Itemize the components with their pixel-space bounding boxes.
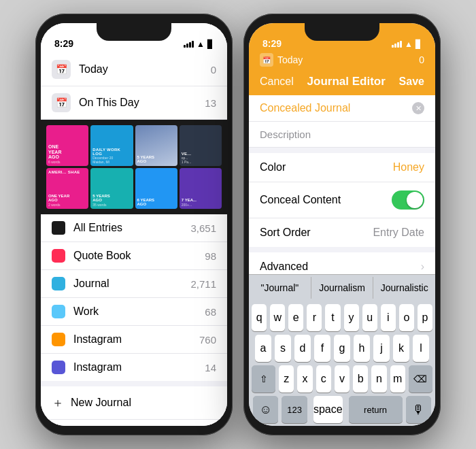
key-d[interactable]: d xyxy=(294,335,311,362)
on-this-day-item[interactable]: 📅 On This Day 13 xyxy=(41,86,227,120)
grid-cell-3[interactable]: 5 YEARSAGO xyxy=(135,125,177,166)
work-label: Work xyxy=(73,305,197,318)
key-x[interactable]: x xyxy=(297,365,312,393)
emoji-key[interactable]: ☺ xyxy=(253,396,278,423)
num-key[interactable]: 123 xyxy=(282,396,307,423)
grid-cell-4[interactable]: Ve... op... 1 Pa... xyxy=(180,125,222,166)
mic-key[interactable]: 🎙 xyxy=(406,396,431,423)
top-bar-count: 0 xyxy=(419,54,424,65)
list-item-instagram2[interactable]: Instagram 14 xyxy=(41,354,227,381)
key-t[interactable]: t xyxy=(325,304,340,331)
work-count: 68 xyxy=(205,306,216,318)
grid-cell-1[interactable]: ONEYEARAGO 6 words xyxy=(46,125,88,166)
editor-title: Journal Editor xyxy=(307,75,386,88)
save-button[interactable]: Save xyxy=(399,76,424,88)
advanced-label: Advanced xyxy=(260,261,308,273)
on-this-day-label: On This Day xyxy=(79,97,197,109)
key-u[interactable]: u xyxy=(362,304,377,331)
description-row[interactable]: Description xyxy=(249,122,435,148)
key-a[interactable]: a xyxy=(255,335,271,362)
key-y[interactable]: y xyxy=(344,304,359,331)
key-b[interactable]: b xyxy=(353,365,368,393)
conceal-toggle[interactable] xyxy=(392,190,424,210)
conceal-label: Conceal Content xyxy=(260,194,341,206)
left-screen: 8:29 ▲ ▊ 📅 xyxy=(41,23,227,426)
autocomplete-journalistic[interactable]: Journalistic xyxy=(373,277,435,299)
space-key[interactable]: space xyxy=(313,396,343,423)
grid-cell-7[interactable]: 6 YEARSAGO xyxy=(135,168,177,209)
key-l[interactable]: l xyxy=(413,335,429,362)
image-grid: ONEYEARAGO 6 words Daily Work Log Decemb… xyxy=(46,125,222,209)
key-g[interactable]: g xyxy=(334,335,350,362)
instagram2-icon xyxy=(52,361,65,374)
key-w[interactable]: w xyxy=(270,304,285,331)
new-journal-label: New Journal xyxy=(71,397,131,409)
list-item-journal[interactable]: Journal 2,711 xyxy=(41,270,227,298)
right-phone: 8:29 ▲ ▊ 📅 xyxy=(243,14,441,435)
cancel-button[interactable]: Cancel xyxy=(260,76,294,88)
color-value: Honey xyxy=(393,161,424,173)
key-z[interactable]: z xyxy=(279,365,294,393)
sort-row[interactable]: Sort Order Entry Date xyxy=(249,218,435,247)
journal-name-input[interactable] xyxy=(260,102,407,114)
all-entries-icon xyxy=(52,221,65,235)
editor-header: Cancel Journal Editor Save xyxy=(249,69,435,95)
key-n[interactable]: n xyxy=(371,365,386,393)
today-list: 📅 Today 0 📅 On This Day 13 xyxy=(41,53,227,120)
today-item[interactable]: 📅 Today 0 xyxy=(41,53,227,86)
list-item-quote[interactable]: Quote Book 98 xyxy=(41,242,227,270)
plus-icon: ＋ xyxy=(52,395,64,411)
wifi-icon: ▲ xyxy=(197,39,205,49)
keyboard-row-4: ☺ 123 space return 🎙 xyxy=(252,396,432,423)
journal-list: All Entries 3,651 Quote Book 98 Journal … xyxy=(41,214,227,381)
key-m[interactable]: m xyxy=(390,365,405,393)
left-phone: 8:29 ▲ ▊ 📅 xyxy=(35,14,233,435)
key-s[interactable]: s xyxy=(275,335,291,362)
list-item-all[interactable]: All Entries 3,651 xyxy=(41,214,227,242)
key-f[interactable]: f xyxy=(314,335,330,362)
shift-key[interactable]: ⇧ xyxy=(252,365,275,393)
instagram2-label: Instagram xyxy=(73,361,197,373)
notch-right xyxy=(305,23,379,41)
new-journal-item[interactable]: ＋ New Journal xyxy=(41,386,227,419)
top-today-bar: 📅 Today 0 xyxy=(249,53,435,69)
divider xyxy=(41,381,227,386)
key-j[interactable]: j xyxy=(373,335,390,362)
clear-button[interactable]: ✕ xyxy=(412,102,424,114)
key-p[interactable]: p xyxy=(418,304,432,331)
journal-name-row: ✕ xyxy=(249,95,435,122)
color-row[interactable]: Color Honey xyxy=(249,153,435,182)
settings-item[interactable]: ⚙ Settings xyxy=(41,419,227,426)
advanced-row[interactable]: Advanced › xyxy=(249,252,435,274)
grid-cell-5[interactable]: Ameri... Shae ONE YEARAGO 2 words xyxy=(46,168,88,209)
quote-count: 98 xyxy=(205,250,216,262)
key-o[interactable]: o xyxy=(399,304,414,331)
color-label: Color xyxy=(260,161,286,173)
status-time-right: 8:29 xyxy=(262,38,282,49)
delete-key[interactable]: ⌫ xyxy=(409,365,432,393)
journal-count: 2,711 xyxy=(190,278,216,290)
today-count: 0 xyxy=(211,64,216,76)
return-key[interactable]: return xyxy=(349,396,403,423)
autocomplete-journalism[interactable]: Journalism xyxy=(311,277,374,299)
work-icon xyxy=(52,305,65,318)
list-item-instagram1[interactable]: Instagram 760 xyxy=(41,326,227,354)
key-q[interactable]: q xyxy=(252,304,267,331)
key-r[interactable]: r xyxy=(307,304,322,331)
grid-cell-2[interactable]: Daily Work Log December 20 Maidan, MI xyxy=(90,125,133,166)
key-c[interactable]: c xyxy=(316,365,331,393)
battery-icon: ▊ xyxy=(207,39,214,49)
chevron-right-icon: › xyxy=(421,261,424,273)
grid-cell-8[interactable]: 7 YEA... 200+... xyxy=(180,168,222,209)
autocomplete-journal[interactable]: "Journal" xyxy=(249,277,311,299)
grid-cell-6[interactable]: 5 YEARSAGO 35 words xyxy=(90,168,133,209)
key-v[interactable]: v xyxy=(335,365,350,393)
key-i[interactable]: i xyxy=(381,304,396,331)
status-time-left: 8:29 xyxy=(54,38,73,49)
key-h[interactable]: h xyxy=(354,335,370,362)
list-item-work[interactable]: Work 68 xyxy=(41,298,227,326)
notch xyxy=(97,23,171,41)
key-k[interactable]: k xyxy=(393,335,409,362)
wifi-icon-right: ▲ xyxy=(405,39,413,49)
key-e[interactable]: e xyxy=(288,304,303,331)
